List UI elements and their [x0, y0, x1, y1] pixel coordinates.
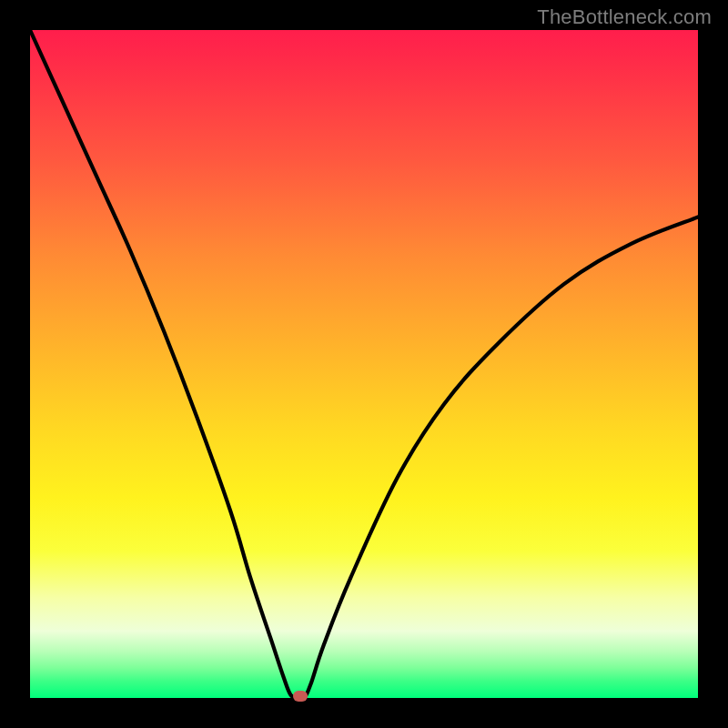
- plot-area: [30, 30, 698, 698]
- chart-frame: TheBottleneck.com: [0, 0, 728, 728]
- optimal-point-marker: [293, 691, 308, 702]
- watermark-text: TheBottleneck.com: [537, 5, 712, 29]
- bottleneck-curve: [30, 30, 698, 698]
